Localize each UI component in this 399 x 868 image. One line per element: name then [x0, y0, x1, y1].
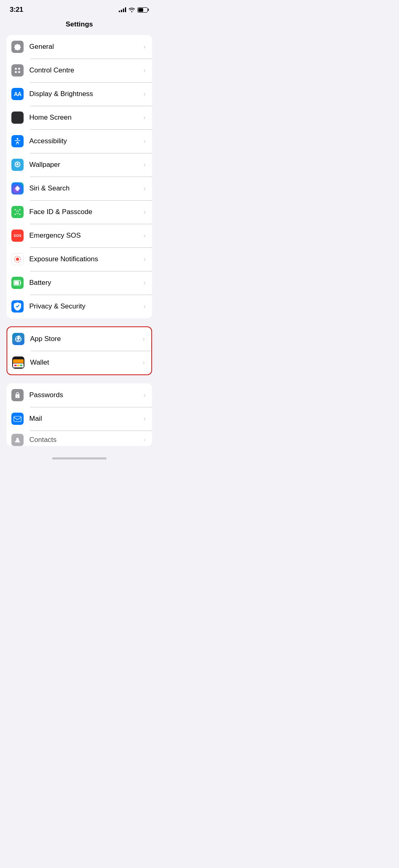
- wallet-label: Wallet: [30, 359, 143, 367]
- svg-point-7: [15, 187, 20, 190]
- exposure-label: Exposure Notifications: [29, 255, 144, 263]
- settings-row-contacts[interactable]: Contacts ›: [7, 431, 152, 446]
- settings-row-home-screen[interactable]: Home Screen ›: [7, 106, 152, 129]
- svg-point-14: [17, 396, 18, 397]
- siri-icon: [11, 182, 24, 195]
- general-chevron: ›: [144, 43, 146, 50]
- settings-row-general[interactable]: General ›: [7, 35, 152, 59]
- status-time: 3:21: [10, 6, 23, 14]
- control-centre-icon: [11, 64, 24, 77]
- wallpaper-label: Wallpaper: [29, 161, 144, 169]
- settings-row-exposure[interactable]: Exposure Notifications ›: [7, 247, 152, 271]
- app-store-label: App Store: [30, 335, 143, 343]
- battery-chevron: ›: [144, 279, 146, 286]
- home-screen-chevron: ›: [144, 114, 146, 121]
- general-icon: [11, 41, 24, 53]
- emergency-sos-chevron: ›: [144, 232, 146, 239]
- settings-row-display-brightness[interactable]: AA Display & Brightness ›: [7, 82, 152, 106]
- settings-row-siri[interactable]: Siri & Search ›: [7, 177, 152, 200]
- face-id-icon: [11, 206, 24, 218]
- battery-icon: [11, 277, 24, 289]
- settings-row-passwords[interactable]: Passwords ›: [7, 383, 152, 407]
- svg-rect-1: [18, 68, 20, 70]
- home-indicator: [0, 454, 159, 462]
- privacy-icon: [11, 300, 24, 313]
- accessibility-label: Accessibility: [29, 137, 144, 145]
- svg-rect-0: [15, 68, 17, 70]
- emergency-sos-icon: SOS: [11, 230, 24, 242]
- svg-rect-12: [15, 281, 19, 285]
- display-brightness-icon: AA: [11, 88, 24, 100]
- mail-chevron: ›: [144, 415, 146, 422]
- page-title: Settings: [0, 17, 159, 35]
- app-store-icon: [12, 333, 24, 345]
- accessibility-chevron: ›: [144, 138, 146, 145]
- privacy-label: Privacy & Security: [29, 302, 144, 310]
- home-bar: [52, 457, 107, 459]
- display-brightness-chevron: ›: [144, 90, 146, 98]
- wallet-chevron: ›: [143, 359, 145, 366]
- emergency-sos-label: Emergency SOS: [29, 232, 144, 240]
- wallpaper-chevron: ›: [144, 161, 146, 168]
- contacts-label: Contacts: [29, 436, 144, 444]
- svg-rect-2: [15, 71, 17, 73]
- settings-group-3: Passwords › Mail › Contacts ›: [7, 383, 152, 446]
- settings-group-1: General › Control Centre › AA Display & …: [7, 35, 152, 318]
- privacy-chevron: ›: [144, 303, 146, 310]
- settings-row-wallpaper[interactable]: Wallpaper ›: [7, 153, 152, 177]
- settings-row-face-id[interactable]: Face ID & Passcode ›: [7, 200, 152, 224]
- battery-label: Battery: [29, 279, 144, 287]
- settings-row-control-centre[interactable]: Control Centre ›: [7, 59, 152, 82]
- svg-rect-3: [18, 71, 20, 73]
- siri-chevron: ›: [144, 185, 146, 192]
- settings-row-accessibility[interactable]: Accessibility ›: [7, 129, 152, 153]
- settings-row-wallet[interactable]: Wallet ›: [7, 351, 151, 374]
- passwords-icon: [11, 389, 24, 401]
- settings-row-privacy[interactable]: Privacy & Security ›: [7, 295, 152, 318]
- svg-point-8: [16, 258, 19, 260]
- svg-point-4: [17, 138, 18, 140]
- status-bar: 3:21: [0, 0, 159, 17]
- settings-row-battery[interactable]: Battery ›: [7, 271, 152, 295]
- settings-group-2: App Store › Wallet ›: [7, 326, 152, 375]
- contacts-icon: [11, 434, 24, 446]
- settings-row-mail[interactable]: Mail ›: [7, 407, 152, 431]
- general-label: General: [29, 43, 144, 51]
- passwords-chevron: ›: [144, 391, 146, 399]
- app-store-chevron: ›: [143, 335, 145, 343]
- passwords-label: Passwords: [29, 391, 144, 399]
- exposure-chevron: ›: [144, 256, 146, 263]
- svg-rect-11: [20, 282, 21, 284]
- face-id-label: Face ID & Passcode: [29, 208, 144, 216]
- signal-bars-icon: [119, 7, 126, 12]
- battery-status-icon: [137, 7, 149, 13]
- wallpaper-icon: [11, 159, 24, 171]
- siri-label: Siri & Search: [29, 184, 144, 192]
- mail-icon: [11, 413, 24, 425]
- mail-label: Mail: [29, 415, 144, 423]
- control-centre-label: Control Centre: [29, 66, 144, 74]
- svg-point-5: [17, 164, 19, 166]
- exposure-icon: [11, 253, 24, 265]
- svg-rect-16: [14, 416, 21, 422]
- control-centre-chevron: ›: [144, 67, 146, 74]
- contacts-chevron: ›: [144, 436, 146, 444]
- status-icons: [119, 7, 149, 13]
- wallet-icon: [12, 356, 24, 369]
- display-brightness-label: Display & Brightness: [29, 90, 144, 98]
- face-id-chevron: ›: [144, 208, 146, 216]
- home-screen-label: Home Screen: [29, 114, 144, 122]
- settings-row-app-store[interactable]: App Store ›: [7, 327, 151, 351]
- settings-row-emergency-sos[interactable]: SOS Emergency SOS ›: [7, 224, 152, 247]
- wifi-icon: [129, 7, 135, 12]
- accessibility-icon: [11, 135, 24, 147]
- home-screen-icon: [11, 112, 24, 124]
